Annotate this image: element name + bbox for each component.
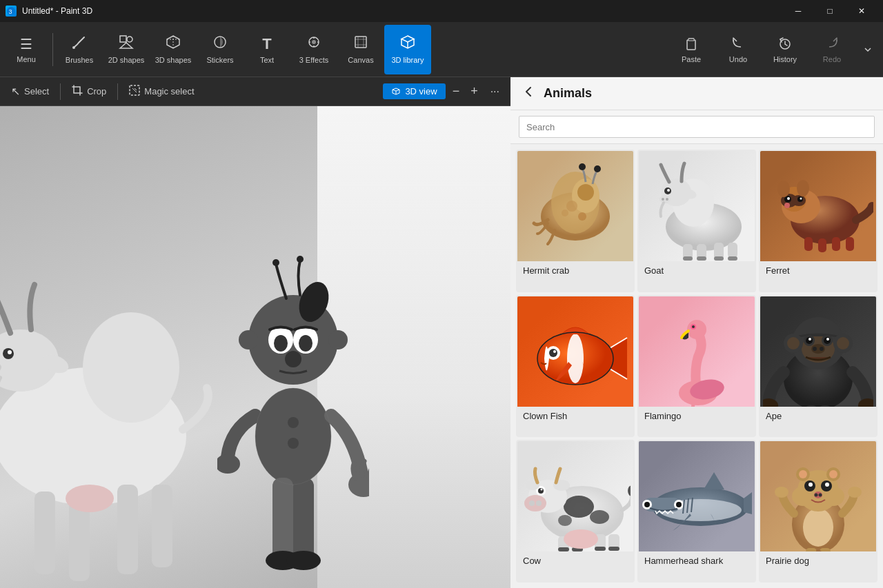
zoom-out-button[interactable]: − [448, 83, 464, 100]
svg-rect-70 [728, 243, 737, 258]
svg-point-152 [676, 502, 682, 507]
toolbar-3dlibrary[interactable]: 3D library [384, 25, 431, 74]
toolbar-brushes[interactable]: Brushes [56, 25, 103, 74]
toolbar-text[interactable]: T Text [244, 25, 290, 74]
toolbar-stickers[interactable]: Stickers [197, 25, 244, 74]
panel-title: Animals [544, 86, 592, 101]
magic-select-tool[interactable]: Magic select [123, 82, 199, 101]
canvas-label: Canvas [348, 56, 373, 64]
svg-point-85 [777, 181, 790, 197]
search-input[interactable] [519, 116, 875, 138]
zoom-in-button[interactable]: + [466, 83, 482, 100]
toolbar-paste[interactable]: Paste [668, 25, 715, 74]
main-canvas[interactable] [0, 106, 510, 588]
svg-point-101 [692, 325, 695, 328]
svg-rect-72 [697, 256, 706, 261]
svg-point-41 [288, 438, 299, 449]
svg-point-4 [127, 37, 132, 42]
svg-point-168 [829, 470, 837, 478]
svg-point-164 [819, 494, 822, 497]
svg-rect-89 [832, 237, 840, 251]
crop-label: Crop [87, 86, 106, 97]
toolbar-3dshapes[interactable]: 3D shapes [150, 25, 197, 74]
animal-card-prairie-dog[interactable]: Prairie dog [759, 440, 877, 582]
animal-card-cow[interactable]: Cow [516, 440, 635, 582]
3dshapes-label: 3D shapes [155, 56, 192, 64]
animal-image-ferret [760, 151, 876, 261]
3dshapes-icon [166, 34, 181, 53]
svg-point-120 [858, 398, 873, 407]
svg-point-110 [808, 338, 811, 341]
app-title: Untitled* - Paint 3D [22, 6, 92, 16]
svg-point-57 [594, 165, 601, 172]
svg-point-169 [775, 487, 788, 498]
toolbar-redo[interactable]: Redo [808, 25, 855, 74]
select-icon: ↖ [11, 85, 20, 98]
svg-marker-5 [120, 43, 132, 48]
animal-card-hammerhead-shark[interactable]: Hammerhead shark [637, 440, 756, 582]
svg-point-37 [285, 351, 301, 367]
svg-point-129 [529, 500, 535, 506]
animal-card-ferret[interactable]: Ferret [759, 150, 877, 292]
svg-point-94 [549, 349, 557, 357]
toolbar-undo[interactable]: Undo [715, 25, 762, 74]
svg-rect-71 [683, 256, 693, 261]
svg-point-126 [558, 515, 572, 526]
undo-label: Undo [729, 55, 747, 63]
animal-name-hammerhead-shark: Hammerhead shark [639, 551, 755, 571]
panel-search-area [510, 110, 883, 144]
animal-card-goat[interactable]: Goat [637, 150, 756, 292]
paste-label: Paste [682, 55, 701, 63]
3d-view-button[interactable]: 3D view [383, 83, 445, 99]
animal-name-hermit-crab: Hermit crab [517, 261, 633, 281]
toolbar-right: Paste Undo History [668, 25, 880, 74]
animal-image-clown-fish [517, 296, 633, 407]
2dshapes-icon [119, 34, 134, 53]
toolbar-2dshapes[interactable]: 2D shapes [103, 25, 150, 74]
canvas-icon [353, 34, 368, 53]
animal-name-clown-fish: Clown Fish [517, 407, 633, 427]
toolbar-menu[interactable]: ☰ Menu [3, 25, 50, 74]
close-button[interactable]: ✕ [846, 0, 877, 22]
animal-card-ape[interactable]: Ape [759, 295, 877, 438]
select-label: Select [24, 86, 49, 97]
maximize-button[interactable]: □ [814, 0, 846, 22]
svg-point-47 [286, 551, 321, 570]
select-tool[interactable]: ↖ Select [6, 82, 54, 101]
text-label: Text [260, 56, 274, 64]
animal-card-hermit-crab[interactable]: Hermit crab [516, 150, 635, 292]
animal-card-flamingo[interactable]: Flamingo [637, 295, 756, 438]
svg-rect-172 [820, 548, 831, 551]
back-button[interactable] [522, 85, 535, 102]
svg-rect-142 [595, 547, 606, 551]
toolbar-collapse[interactable] [855, 44, 880, 55]
2dshapes-label: 2D shapes [108, 56, 145, 64]
svg-point-64 [659, 195, 671, 203]
minimize-button[interactable]: ─ [782, 0, 814, 22]
svg-point-99 [687, 320, 706, 339]
svg-rect-143 [608, 547, 619, 551]
toolbar-canvas[interactable]: Canvas [337, 25, 384, 74]
more-options-button[interactable]: ··· [485, 84, 505, 99]
right-panel: Animals Hermit crab [510, 77, 883, 588]
svg-rect-19 [117, 485, 138, 574]
history-label: History [773, 55, 797, 63]
svg-point-111 [826, 338, 829, 341]
svg-rect-171 [806, 548, 817, 551]
animal-card-clown-fish[interactable]: Clown Fish [516, 295, 635, 438]
svg-point-35 [274, 335, 288, 352]
svg-point-36 [299, 335, 312, 352]
crop-tool[interactable]: Crop [66, 82, 112, 101]
toolbar-effects[interactable]: 3 Effects [290, 25, 337, 74]
svg-rect-11 [688, 39, 694, 41]
stickers-icon [212, 34, 228, 53]
svg-point-83 [800, 198, 802, 200]
brushes-icon [72, 34, 87, 53]
toolbar-history[interactable]: History [762, 25, 808, 74]
svg-point-133 [541, 489, 543, 491]
svg-point-160 [808, 483, 813, 487]
panel-header: Animals [510, 77, 883, 110]
svg-point-27 [66, 485, 114, 512]
svg-point-130 [536, 500, 542, 506]
svg-point-54 [578, 212, 586, 221]
